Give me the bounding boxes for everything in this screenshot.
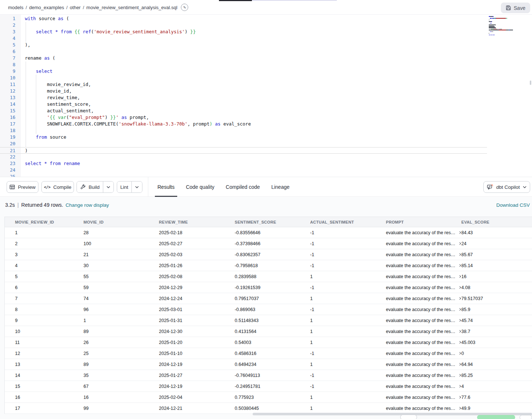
editor-scrollbar[interactable] xyxy=(530,81,531,85)
compile-button[interactable]: </> Compile xyxy=(41,181,74,193)
expand-prompt-chevron-icon[interactable] xyxy=(458,352,461,355)
table-cell: -1 xyxy=(310,307,386,312)
table-cell: 2025-02-27 xyxy=(159,241,235,246)
expand-prompt-chevron-icon[interactable] xyxy=(458,275,461,278)
column-header-movie_id: MOVIE_ID xyxy=(83,220,159,224)
prompt-cell: evaluate the accuracy of the res… xyxy=(386,307,461,312)
tab-results[interactable]: Results xyxy=(155,177,177,197)
expand-prompt-chevron-icon[interactable] xyxy=(458,374,461,377)
code-line[interactable]: 6 xyxy=(0,48,487,55)
results-panel: 3.2s|Returned 49 rows. Change row displa… xyxy=(0,197,532,419)
save-button[interactable]: Save xyxy=(501,3,530,13)
prompt-cell: evaluate the accuracy of the res… xyxy=(386,318,461,323)
lint-button[interactable]: Lint xyxy=(117,182,131,192)
code-line[interactable]: 9 select xyxy=(0,68,487,75)
code-line[interactable]: 10 xyxy=(0,75,487,81)
code-editor[interactable]: 1with source as (23 select * from {{ ref… xyxy=(0,15,532,177)
dbt-copilot-button[interactable]: dbt Copilot xyxy=(483,181,530,193)
pencil-circle-icon[interactable]: ✎ xyxy=(181,4,188,11)
tab-lineage[interactable]: Lineage xyxy=(269,177,292,197)
expand-prompt-chevron-icon[interactable] xyxy=(458,308,461,311)
expand-prompt-chevron-icon[interactable] xyxy=(458,407,461,409)
code-line[interactable]: 13 review_time, xyxy=(0,94,487,101)
expand-prompt-chevron-icon[interactable] xyxy=(458,231,461,234)
tab-compiled-code[interactable]: Compiled code xyxy=(223,177,263,197)
code-line[interactable]: 4 xyxy=(0,35,487,42)
code-line[interactable]: 12 movie_id, xyxy=(0,88,487,94)
code-lines[interactable]: 1with source as (23 select * from {{ ref… xyxy=(0,15,532,177)
code-line[interactable]: 3 select * from {{ ref('movie_review_sen… xyxy=(0,29,487,35)
lint-dropdown-button[interactable] xyxy=(131,182,142,192)
code-line[interactable]: 18 xyxy=(0,127,487,134)
expand-prompt-chevron-icon[interactable] xyxy=(458,253,461,256)
code-line[interactable]: 21) xyxy=(0,147,487,154)
code-text: SNOWFLAKE.CORTEX.COMPLETE('snowflake-lla… xyxy=(15,121,251,127)
code-line[interactable]: 24 xyxy=(0,167,487,173)
code-text: movie_id, xyxy=(15,88,72,94)
expand-prompt-chevron-icon[interactable] xyxy=(458,396,461,399)
code-line[interactable]: 16 '{{ var("eval_prompt") }}' as prompt, xyxy=(0,114,487,121)
line-number: 13 xyxy=(0,94,15,101)
table-cell: 1 xyxy=(5,230,83,235)
prompt-text: evaluate the accuracy of the res… xyxy=(386,395,455,400)
breadcrumb-item[interactable]: movie_review_sentiment_analysis_eval.sql xyxy=(86,5,178,10)
table-header-row: MOVIE_REVIEW_IDMOVIE_IDREVIEW_TIMESENTIM… xyxy=(5,217,532,227)
expand-prompt-chevron-icon[interactable] xyxy=(458,297,461,300)
line-number: 25 xyxy=(0,173,15,177)
build-dropdown-button[interactable] xyxy=(103,182,114,192)
table-cell: 99 xyxy=(83,406,159,411)
code-line[interactable]: 23select * from rename xyxy=(0,160,487,167)
build-button[interactable]: Build xyxy=(77,182,103,192)
code-text xyxy=(15,141,25,147)
code-line[interactable]: 5), xyxy=(0,42,487,48)
line-number: 2 xyxy=(0,22,15,29)
prompt-cell: evaluate the accuracy of the res… xyxy=(386,351,461,356)
code-line[interactable]: 17 SNOWFLAKE.CORTEX.COMPLETE('snowflake-… xyxy=(0,121,487,127)
breadcrumb-item[interactable]: other xyxy=(70,5,81,10)
prompt-cell: evaluate the accuracy of the res… xyxy=(386,263,461,268)
table-cell: 49.9 xyxy=(461,406,532,411)
editor-minimap[interactable] xyxy=(489,16,530,37)
action-toolbar: Preview </> Compile Build xyxy=(0,177,532,197)
code-line[interactable]: 14 sentiment_score, xyxy=(0,101,487,108)
code-line[interactable]: 25 xyxy=(0,173,487,177)
expand-prompt-chevron-icon[interactable] xyxy=(458,341,461,344)
breadcrumb-item[interactable]: models xyxy=(8,5,23,10)
partial-status-pill[interactable] xyxy=(477,415,515,419)
partial-bottom-button[interactable] xyxy=(400,415,417,419)
table-cell: -0.24951781 xyxy=(235,384,310,389)
table-cell: 2024-12-19 xyxy=(159,384,235,389)
table-cell: 7 xyxy=(5,296,83,301)
code-text xyxy=(15,61,25,68)
code-line[interactable]: 1with source as ( xyxy=(0,15,487,22)
column-header-review_time: REVIEW_TIME xyxy=(159,220,235,224)
code-line[interactable]: 19 from source xyxy=(0,134,487,141)
table-cell: 79.517037 xyxy=(461,296,532,301)
expand-prompt-chevron-icon[interactable] xyxy=(458,363,461,366)
code-line[interactable]: 8 xyxy=(0,61,487,68)
code-line[interactable]: 22 xyxy=(0,154,487,160)
expand-prompt-chevron-icon[interactable] xyxy=(458,319,461,322)
tab-code-quality[interactable]: Code quality xyxy=(183,177,217,197)
partial-bottom-button[interactable] xyxy=(520,415,532,419)
code-line[interactable]: 2 xyxy=(0,22,487,29)
code-line[interactable]: 15 actual_sentiment, xyxy=(0,108,487,114)
expand-prompt-chevron-icon[interactable] xyxy=(458,330,461,333)
code-line[interactable]: 11 movie_review_id, xyxy=(0,81,487,88)
expand-prompt-chevron-icon[interactable] xyxy=(458,242,461,245)
download-csv-link[interactable]: Download CSV xyxy=(496,202,530,208)
change-row-display-link[interactable]: Change row display xyxy=(66,202,109,208)
expand-prompt-chevron-icon[interactable] xyxy=(458,264,461,267)
expand-prompt-chevron-icon[interactable] xyxy=(458,385,461,388)
query-time: 3.2s xyxy=(5,202,15,208)
code-line[interactable]: 20 xyxy=(0,141,487,147)
code-text xyxy=(15,48,25,55)
preview-button[interactable]: Preview xyxy=(7,181,38,193)
table-cell: 16 xyxy=(461,274,532,279)
table-cell: 0.50380445 xyxy=(235,406,310,411)
table-cell: 2024-12-21 xyxy=(159,406,235,411)
code-line[interactable]: 7rename as ( xyxy=(0,55,487,61)
breadcrumb-item[interactable]: demo_examples xyxy=(29,5,64,10)
expand-prompt-chevron-icon[interactable] xyxy=(458,286,461,289)
table-cell: 4 xyxy=(5,263,83,268)
